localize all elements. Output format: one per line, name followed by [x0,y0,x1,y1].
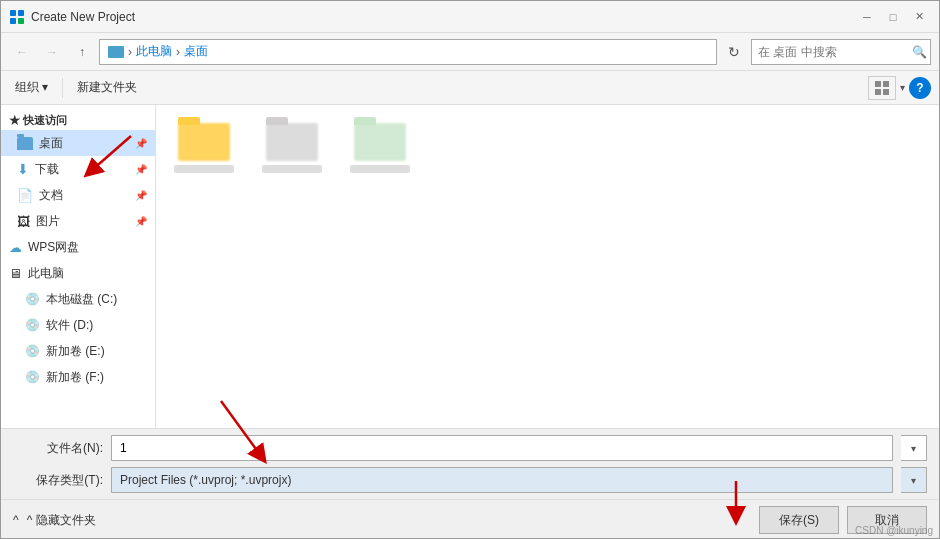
up-button[interactable]: ↑ [69,39,95,65]
sidebar-item-drive-c-label: 本地磁盘 (C:) [46,291,117,308]
file-item-1[interactable] [164,113,244,203]
address-breadcrumb[interactable]: › 此电脑 › 桌面 [99,39,717,65]
toolbar-separator [62,78,63,98]
drive-e-icon: 💿 [25,344,40,358]
svg-rect-6 [875,89,881,95]
search-box[interactable]: 🔍 [751,39,931,65]
save-button[interactable]: 保存(S) [759,506,839,534]
organize-button[interactable]: 组织 ▾ [9,76,54,99]
hide-folders-icon: ^ [13,513,19,527]
sidebar-item-drive-d-label: 软件 (D:) [46,317,93,334]
pin-icon-desktop: 📌 [135,138,147,149]
sidebar-item-drive-f[interactable]: 💿 新加卷 (F:) [1,364,155,390]
file-name-2 [262,165,322,173]
filetype-value: Project Files (*.uvproj; *.uvprojx) [120,473,291,487]
refresh-button[interactable]: ↻ [721,39,747,65]
close-button[interactable]: ✕ [907,7,931,27]
pin-icon-downloads: 📌 [135,164,147,175]
downloads-icon: ⬇ [17,161,29,177]
new-folder-button[interactable]: 新建文件夹 [71,76,143,99]
sidebar: ★ 快速访问 桌面 📌 ⬇ 下载 📌 📄 文档 📌 [1,105,156,428]
pin-icon-pictures: 📌 [135,216,147,227]
svg-rect-1 [18,10,24,16]
sidebar-item-documents[interactable]: 📄 文档 📌 [1,182,155,208]
sidebar-item-downloads[interactable]: ⬇ 下载 📌 [1,156,155,182]
sidebar-item-desktop-label: 桌面 [39,135,63,152]
folder-icon-large-1 [178,117,230,161]
sidebar-scroll-area: ★ 快速访问 桌面 📌 ⬇ 下载 📌 📄 文档 📌 [1,109,155,390]
filetype-row: 保存类型(T): Project Files (*.uvproj; *.uvpr… [13,467,927,493]
title-bar: Create New Project ─ □ ✕ [1,1,939,33]
sidebar-item-wps-label: WPS网盘 [28,239,79,256]
sidebar-item-drive-e[interactable]: 💿 新加卷 (E:) [1,338,155,364]
toolbar-right: ▾ ? [868,76,931,100]
watermark: CSDN @ikunying [855,525,933,536]
sidebar-item-drive-e-label: 新加卷 (E:) [46,343,105,360]
folder-body-2 [266,123,318,161]
breadcrumb-folder-icon [108,46,124,58]
main-content: ★ 快速访问 桌面 📌 ⬇ 下载 📌 📄 文档 📌 [1,105,939,428]
pin-icon-documents: 📌 [135,190,147,201]
window-title: Create New Project [31,10,855,24]
sidebar-item-documents-label: 文档 [39,187,63,204]
sidebar-item-thispc[interactable]: 🖥 此电脑 [1,260,155,286]
file-item-2[interactable] [252,113,332,203]
svg-rect-0 [10,10,16,16]
search-input[interactable] [758,45,908,59]
sidebar-item-wps[interactable]: ☁ WPS网盘 [1,234,155,260]
forward-button[interactable]: → [39,39,65,65]
view-dropdown-arrow: ▾ [900,82,905,93]
search-icon: 🔍 [912,45,927,59]
svg-rect-2 [10,18,16,24]
back-button[interactable]: ← [9,39,35,65]
documents-icon: 📄 [17,188,33,203]
hide-folders-button[interactable]: ^ ^ 隐藏文件夹 [13,512,96,529]
sidebar-item-drive-c[interactable]: 💿 本地磁盘 (C:) [1,286,155,312]
quick-access-header: ★ 快速访问 [1,109,155,130]
address-bar: ← → ↑ › 此电脑 › 桌面 ↻ 🔍 [1,33,939,71]
file-name-3 [350,165,410,173]
sidebar-item-downloads-label: 下载 [35,161,59,178]
toolbar: 组织 ▾ 新建文件夹 ▾ ? [1,71,939,105]
folder-body-3 [354,123,406,161]
svg-rect-7 [883,89,889,95]
pictures-icon: 🖼 [17,214,30,229]
breadcrumb-sep1: › [176,45,180,59]
folder-icon-large-2 [266,117,318,161]
pc-icon: 🖥 [9,266,22,281]
filename-input[interactable] [111,435,893,461]
sidebar-item-drive-f-label: 新加卷 (F:) [46,369,104,386]
breadcrumb-pc: 此电脑 [136,43,172,60]
filename-label: 文件名(N): [13,440,103,457]
sidebar-item-pictures[interactable]: 🖼 图片 📌 [1,208,155,234]
file-item-3[interactable] [340,113,420,203]
filename-row: 文件名(N): ▾ [13,435,927,461]
sidebar-item-drive-d[interactable]: 💿 软件 (D:) [1,312,155,338]
window-controls: ─ □ ✕ [855,7,931,27]
svg-rect-5 [883,81,889,87]
folder-body-1 [178,123,230,161]
svg-rect-4 [875,81,881,87]
filetype-label: 保存类型(T): [13,472,103,489]
file-area [156,105,939,428]
footer-bar: ^ ^ 隐藏文件夹 保存(S) 取消 [1,499,939,538]
sidebar-item-thispc-label: 此电脑 [28,265,64,282]
sidebar-item-pictures-label: 图片 [36,213,60,230]
filetype-dropdown-arrow[interactable]: ▾ [901,467,927,493]
breadcrumb-desktop: 桌面 [184,43,208,60]
drive-d-icon: 💿 [25,318,40,332]
bottom-area: 文件名(N): ▾ 保存类型(T): Project Files (*.uvpr… [1,428,939,499]
help-button[interactable]: ? [909,77,931,99]
maximize-button[interactable]: □ [881,7,905,27]
app-icon [9,9,25,25]
drive-c-icon: 💿 [25,292,40,306]
breadcrumb-text: › [128,45,132,59]
hide-folders-label: ^ 隐藏文件夹 [27,512,96,529]
file-name-1 [174,165,234,173]
minimize-button[interactable]: ─ [855,7,879,27]
filename-dropdown-arrow[interactable]: ▾ [901,435,927,461]
filetype-select[interactable]: Project Files (*.uvproj; *.uvprojx) [111,467,893,493]
view-toggle-button[interactable] [868,76,896,100]
svg-rect-3 [18,18,24,24]
sidebar-item-desktop[interactable]: 桌面 📌 [1,130,155,156]
